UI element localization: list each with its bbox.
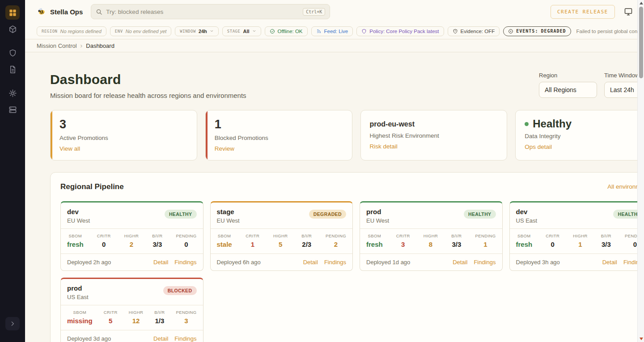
search-input[interactable]: [106, 8, 299, 15]
stat-value: 3: [59, 118, 188, 131]
env-stats-row: SBOM stale CRITR 1 HIGHR 5: [211, 228, 353, 253]
stat-label: CRITR: [104, 310, 118, 315]
events-status-chip[interactable]: EVENTS: DEGRADED: [503, 26, 571, 36]
create-release-button[interactable]: CREATE RELEASE: [551, 5, 615, 19]
view-all-link[interactable]: View all: [59, 145, 80, 152]
ops-detail-link[interactable]: Ops detail: [525, 144, 552, 150]
env-card-header: stage EU West DEGRADED: [211, 203, 353, 228]
review-link[interactable]: Review: [215, 145, 234, 152]
stage-chip-value: All: [243, 29, 249, 34]
accent-bar: [51, 110, 52, 160]
breadcrumb-mission-control[interactable]: Mission Control: [37, 42, 77, 49]
stat-value: Healthy: [525, 118, 644, 130]
global-search[interactable]: Ctrl+K: [91, 4, 330, 19]
vertical-scrollbar[interactable]: [637, 0, 644, 342]
page-title: Dashboard: [50, 72, 246, 87]
monitor-icon[interactable]: [624, 7, 633, 16]
check-circle-icon: [270, 29, 275, 34]
env-card-header: prod EU West HEALTHY: [360, 203, 502, 228]
detail-link[interactable]: Detail: [602, 259, 617, 266]
feed-status-text: Feed: Live: [324, 29, 348, 34]
stat-value: 2: [124, 241, 139, 248]
detail-link[interactable]: Detail: [153, 259, 168, 266]
shield-icon: [361, 29, 367, 34]
stage-chip-label: STAGE: [227, 29, 241, 34]
gear-icon: [8, 89, 17, 97]
sidebar-item-settings[interactable]: [5, 86, 20, 100]
package-icon: [8, 25, 17, 34]
highr-stat: HIGHR 12: [129, 310, 144, 325]
risk-detail-link[interactable]: Risk detail: [370, 143, 398, 150]
region-chip-value: No regions defined: [60, 29, 102, 34]
region-context-chip[interactable]: REGION No regions defined: [37, 26, 106, 36]
findings-link[interactable]: Findings: [324, 259, 346, 266]
region-filter-label: Region: [539, 72, 597, 79]
evidence-status-chip[interactable]: Evidence: OFF: [448, 26, 500, 36]
bee-icon: [37, 7, 47, 17]
env-card-footer: Deployed 2h ago Detail Findings: [61, 253, 203, 270]
offline-status-chip[interactable]: Offline: OK: [265, 26, 308, 36]
feed-status-chip[interactable]: Feed: Live: [311, 26, 353, 36]
window-context-chip[interactable]: WINDOW 24h: [175, 26, 218, 36]
scroll-up-arrow[interactable]: [640, 2, 643, 4]
stat-label: HIGHR: [124, 233, 139, 238]
findings-link[interactable]: Findings: [174, 335, 196, 342]
sidebar-item-security[interactable]: [5, 46, 20, 60]
sidebar-item-documents[interactable]: [5, 62, 20, 76]
stat-value: fresh: [366, 241, 383, 248]
bir-stat: B/I/R 3/3: [451, 233, 462, 248]
scrollbar-thumb[interactable]: [639, 7, 643, 78]
highr-stat: HIGHR 2: [124, 233, 139, 248]
stat-value: 0: [546, 241, 559, 248]
stat-label: SBOM: [67, 233, 84, 238]
region-chip-label: REGION: [42, 29, 58, 34]
pending-stat: PENDING 1: [475, 233, 496, 248]
stat-value: 12: [129, 317, 144, 325]
findings-link[interactable]: Findings: [474, 259, 496, 266]
rss-icon: [316, 29, 322, 34]
sidebar-item-dashboard[interactable]: [5, 5, 20, 20]
context-statusbar: REGION No regions defined ENV No env def…: [25, 23, 644, 39]
env-context-chip[interactable]: ENV No env defined yet: [110, 26, 172, 36]
sbom-stat: SBOM missing: [67, 310, 93, 325]
sidebar: [0, 0, 25, 342]
stat-label: B/I/R: [152, 233, 162, 238]
env-name: stage: [217, 208, 240, 215]
findings-link[interactable]: Findings: [174, 259, 196, 266]
data-integrity-card: Healthy Data Integrity Ops detail: [515, 110, 644, 160]
policy-status-chip[interactable]: Policy: Core Policy Pack latest: [356, 26, 444, 36]
page-filters: Region All Regions Time Window Last 24h: [539, 72, 644, 98]
scroll-down-arrow[interactable]: [640, 338, 643, 340]
detail-link[interactable]: Detail: [453, 259, 467, 266]
stat-label: B/I/R: [301, 233, 312, 238]
sbom-stat: SBOM fresh: [366, 233, 383, 248]
env-card-header: dev EU West HEALTHY: [61, 203, 203, 228]
stat-value: 2/3: [301, 241, 312, 248]
pending-stat: PENDING 2: [326, 233, 346, 248]
bir-stat: B/I/R 1/3: [154, 310, 165, 325]
detail-link[interactable]: Detail: [303, 259, 318, 266]
sidebar-item-releases[interactable]: [5, 22, 20, 36]
stat-label: HIGHR: [129, 310, 144, 315]
sidebar-expand-button[interactable]: [5, 317, 20, 330]
stat-value: 3/3: [152, 241, 162, 248]
policy-status-text: Policy: Core Policy Pack latest: [369, 29, 439, 34]
stat-label: PENDING: [326, 233, 346, 238]
status-badge: HEALTHY: [464, 210, 496, 219]
region-filter-select[interactable]: All Regions: [539, 82, 597, 98]
stat-value: stale: [217, 241, 232, 248]
sidebar-item-infrastructure[interactable]: [5, 102, 20, 117]
stat-label: PENDING: [176, 310, 196, 315]
deployed-time: Deployed 3d ago: [67, 335, 111, 342]
topbar-actions: CREATE RELEASE admin: [551, 5, 644, 19]
brand[interactable]: Stella Ops: [37, 7, 83, 17]
bir-stat: B/I/R 2/3: [301, 233, 312, 248]
stat-label: Data Integrity: [525, 133, 644, 139]
env-card-links: Detail Findings: [453, 259, 496, 266]
stage-context-chip[interactable]: STAGE All: [222, 26, 261, 36]
detail-link[interactable]: Detail: [153, 335, 168, 342]
main-content: Dashboard Mission board for release heal…: [25, 52, 644, 342]
sbom-stat: SBOM fresh: [67, 233, 84, 248]
stat-value: missing: [67, 317, 93, 325]
stat-label: CRITR: [97, 233, 111, 238]
